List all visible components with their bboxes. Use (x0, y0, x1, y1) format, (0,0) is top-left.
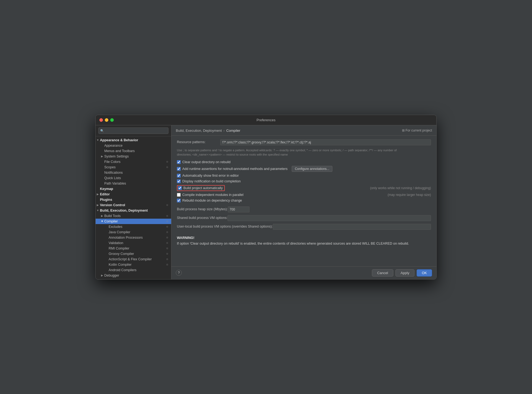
sidebar-item-java-compiler[interactable]: Java Compiler⊕ (96, 229, 171, 235)
sidebar-item-plugins[interactable]: Plugins (96, 197, 171, 202)
sidebar-label-menus-toolbars: Menus and Toolbars (104, 149, 169, 153)
user-vm-input[interactable] (273, 224, 431, 230)
footer: ? Cancel Apply OK (171, 266, 436, 279)
close-button[interactable] (99, 118, 103, 122)
highlighted-checkbox-build-auto: Build project automatically (177, 185, 225, 191)
scope-icon-build-tools: ⊕ (165, 214, 169, 218)
apply-button[interactable]: Apply (395, 269, 415, 277)
scope-icon-excludes: ⊕ (165, 225, 169, 229)
scope-icon-java-compiler: ⊕ (165, 230, 169, 234)
sidebar: 🔍 ▼Appearance & BehaviorAppearanceMenus … (96, 125, 171, 279)
resource-patterns-input[interactable] (220, 139, 431, 145)
maximize-button[interactable] (110, 118, 114, 122)
sidebar-label-file-colors: File Colors (104, 160, 164, 164)
sidebar-item-groovy-compiler[interactable]: Groovy Compiler⊕ (96, 251, 171, 257)
main-header: Build, Execution, Deployment › Compiler … (171, 125, 436, 136)
sidebar-label-path-variables: Path Variables (104, 182, 169, 185)
sidebar-item-scopes[interactable]: Scopes⊕ (96, 165, 171, 170)
checkbox-clear-output[interactable] (177, 160, 181, 164)
scope-icon-scopes: ⊕ (165, 165, 169, 169)
sidebar-item-annotation-processors[interactable]: Annotation Processors⊕ (96, 235, 171, 240)
warning-body: If option 'Clear output directory on reb… (177, 242, 409, 245)
heap-size-row: Build process heap size (Mbytes): (177, 206, 431, 212)
sidebar-item-rmi-compiler[interactable]: RMI Compiler⊕ (96, 246, 171, 251)
sidebar-item-menus-toolbars[interactable]: Menus and Toolbars (96, 148, 171, 154)
sidebar-item-notifications[interactable]: Notifications (96, 170, 171, 175)
breadcrumb-separator: › (223, 129, 225, 133)
configure-annotations-button[interactable]: Configure annotations... (292, 166, 332, 172)
sidebar-label-appearance: Appearance (104, 144, 169, 147)
shared-vm-label: Shared build process VM options: (177, 215, 228, 220)
search-input[interactable] (98, 127, 168, 134)
sidebar-item-build-exec-deploy[interactable]: ▼Build, Execution, Deployment (96, 208, 171, 213)
checkbox-label-show-first-error: Automatically show first error in editor (182, 174, 239, 178)
sidebar-label-kotlin-compiler: Kotlin Compiler (109, 263, 164, 267)
scope-icon-actionscript-flex: ⊕ (165, 257, 169, 261)
sidebar-item-compiler[interactable]: ▼Compiler⊕ (96, 219, 171, 224)
main-content: 🔍 ▼Appearance & BehaviorAppearanceMenus … (96, 125, 436, 279)
main-panel: Build, Execution, Deployment › Compiler … (171, 125, 436, 279)
sidebar-label-validation: Validation (109, 241, 164, 245)
help-button[interactable]: ? (176, 270, 182, 276)
search-wrap: 🔍 (98, 127, 168, 134)
sidebar-item-system-settings[interactable]: ▶System Settings (96, 154, 171, 159)
breadcrumb-current: Compiler (226, 129, 240, 133)
preferences-window: Preferences 🔍 ▼Appearance & BehaviorAppe… (95, 115, 437, 280)
sidebar-label-compiler: Compiler (104, 219, 164, 223)
for-current-project: ⊞ For current project (402, 129, 432, 132)
checkbox-runtime-assertions[interactable] (177, 167, 181, 171)
sidebar-label-plugins: Plugins (100, 198, 169, 202)
sidebar-item-build-tools[interactable]: ▶Build Tools⊕ (96, 213, 171, 219)
sidebar-label-rmi-compiler: RMI Compiler (109, 247, 164, 250)
checkbox-note-compile-parallel: (may require larger heap size) (388, 193, 431, 197)
breadcrumb-parent: Build, Execution, Deployment (176, 129, 222, 133)
arrow-icon-appearance-behavior: ▼ (96, 139, 100, 142)
sidebar-item-file-colors[interactable]: File Colors⊕ (96, 159, 171, 165)
sidebar-item-appearance[interactable]: Appearance (96, 143, 171, 148)
sidebar-label-build-tools: Build Tools (104, 214, 164, 218)
sidebar-item-path-variables[interactable]: Path Variables (96, 181, 171, 186)
warning-box: WARNING! If option 'Clear output directo… (177, 235, 431, 247)
sidebar-item-debugger[interactable]: ▶Debugger (96, 273, 171, 278)
arrow-icon-build-exec-deploy: ▼ (96, 209, 100, 212)
sidebar-label-notifications: Notifications (104, 171, 169, 175)
checkbox-build-auto[interactable] (178, 186, 182, 190)
sidebar-label-android-compilers: Android Compilers (109, 268, 169, 272)
sidebar-label-quick-lists: Quick Lists (104, 176, 169, 180)
arrow-icon-build-tools: ▶ (100, 214, 104, 217)
shared-vm-input[interactable] (228, 215, 431, 221)
sidebar-item-excludes[interactable]: Excludes⊕ (96, 224, 171, 229)
heap-size-input[interactable] (228, 206, 249, 212)
arrow-icon-editor: ▶ (96, 193, 100, 196)
checkbox-display-notification[interactable] (177, 179, 181, 183)
search-icon: 🔍 (100, 129, 104, 132)
sidebar-item-appearance-behavior[interactable]: ▼Appearance & Behavior (96, 137, 171, 143)
scope-icon-rmi-compiler: ⊕ (165, 247, 169, 250)
scope-icon-compiler: ⊕ (165, 219, 169, 223)
minimize-button[interactable] (105, 118, 108, 122)
sidebar-label-java-compiler: Java Compiler (109, 230, 164, 234)
sidebar-label-keymap: Keymap (100, 187, 169, 191)
checkbox-label-clear-output: Clear output directory on rebuild (182, 160, 231, 164)
sidebar-item-quick-lists[interactable]: Quick Lists (96, 175, 171, 181)
sidebar-item-editor[interactable]: ▶Editor (96, 192, 171, 197)
sidebar-item-kotlin-compiler[interactable]: Kotlin Compiler⊕ (96, 262, 171, 267)
cancel-button[interactable]: Cancel (372, 269, 393, 277)
heap-size-label: Build process heap size (Mbytes): (177, 206, 228, 211)
sidebar-item-actionscript-flex[interactable]: ActionScript & Flex Compiler⊕ (96, 257, 171, 262)
checkbox-compile-parallel[interactable] (177, 193, 181, 197)
arrow-icon-version-control: ▶ (96, 203, 100, 206)
sidebar-item-keymap[interactable]: Keymap (96, 186, 171, 192)
sidebar-label-excludes: Excludes (109, 225, 164, 229)
sidebar-label-version-control: Version Control (100, 203, 164, 207)
checkbox-show-first-error[interactable] (177, 174, 181, 178)
checkbox-row-show-first-error: Automatically show first error in editor (177, 174, 431, 178)
settings-scroll: Resource patterns: Use ; to separate pat… (171, 136, 436, 266)
checkbox-rebuild-dependency[interactable] (177, 199, 181, 202)
ok-button[interactable]: OK (417, 269, 432, 277)
sidebar-item-validation[interactable]: Validation⊕ (96, 240, 171, 246)
titlebar: Preferences (96, 115, 436, 125)
sidebar-item-version-control[interactable]: ▶Version Control⊕ (96, 202, 171, 208)
warning-title: WARNING! (177, 236, 194, 240)
sidebar-item-android-compilers[interactable]: Android Compilers (96, 267, 171, 273)
